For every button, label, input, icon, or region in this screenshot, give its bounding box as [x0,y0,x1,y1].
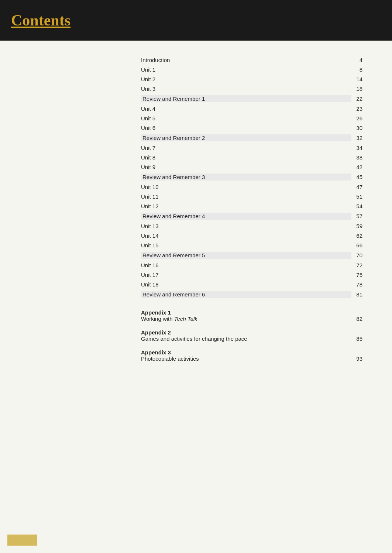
toc-page: 47 [351,184,362,190]
toc-page: 81 [351,291,362,298]
toc-page: 14 [351,76,362,82]
appendix-label-group: Appendix 2Games and activities for chang… [141,329,247,342]
toc-label: Unit 9 [141,164,351,170]
toc-page: 38 [351,154,362,161]
toc-row: Review and Remember 345 [141,172,362,182]
toc-label: Review and Remember 5 [141,252,351,259]
toc-label: Unit 8 [141,154,351,161]
toc-page: 78 [351,281,362,288]
toc-label: Unit 18 [141,281,351,288]
appendix-subtitle: Photocopiable activities [141,356,199,362]
toc-row: Review and Remember 681 [141,289,362,300]
appendix-page: 82 [351,316,362,322]
toc-label: Review and Remember 4 [141,213,351,220]
toc-row: Unit 942 [141,162,362,172]
toc-row: Unit 1254 [141,202,362,211]
toc-row: Unit 318 [141,84,362,94]
toc-row: Unit 1672 [141,261,362,270]
toc-row: Unit 1566 [141,241,362,250]
toc-page: 75 [351,272,362,278]
footer-decoration [7,535,37,546]
toc-label: Unit 11 [141,193,351,200]
toc-row: Unit 734 [141,143,362,153]
toc-row: Unit 1047 [141,182,362,192]
appendix-label-group: Appendix 3Photocopiable activities [141,349,199,362]
toc-page: 62 [351,233,362,239]
toc-label: Unit 10 [141,184,351,190]
toc-page: 72 [351,262,362,268]
toc-page: 70 [351,252,362,258]
toc-label: Unit 1 [141,66,351,73]
toc-row: Unit 1462 [141,231,362,241]
toc-page: 42 [351,164,362,170]
toc-row: Unit 1359 [141,221,362,231]
toc-label: Unit 5 [141,115,351,121]
toc-row: Unit 1775 [141,270,362,280]
appendix-label-group: Appendix 1Working with Tech Talk [141,309,197,322]
toc-page: 26 [351,115,362,121]
toc-page: 23 [351,106,362,112]
appendix-block: Appendix 2Games and activities for chang… [141,329,362,343]
toc-row: Unit 1878 [141,280,362,289]
toc-page: 66 [351,242,362,248]
toc-label: Review and Remember 3 [141,174,351,181]
appendix-row: Appendix 1Working with Tech Talk82 [141,309,362,323]
toc-page: 8 [351,66,362,73]
toc-row: Unit 214 [141,75,362,84]
toc-row: Review and Remember 570 [141,250,362,261]
toc-label: Review and Remember 2 [141,134,351,141]
toc-label: Unit 16 [141,262,351,268]
toc-row: Unit 630 [141,123,362,133]
toc-page: 45 [351,174,362,180]
appendix-title: Appendix 1 [141,309,197,316]
toc-row: Unit 423 [141,104,362,114]
toc-page: 22 [351,96,362,102]
toc-label: Review and Remember 6 [141,291,351,298]
toc-row: Unit 838 [141,153,362,162]
toc-label: Unit 2 [141,76,351,82]
appendix-page: 93 [351,356,362,362]
appendix-title: Appendix 3 [141,349,199,356]
toc-label: Unit 6 [141,125,351,131]
toc-page: 18 [351,86,362,92]
toc-label: Unit 12 [141,203,351,209]
appendix-block: Appendix 1Working with Tech Talk82 [141,309,362,323]
appendix-subtitle: Games and activities for changing the pa… [141,336,247,342]
toc-label: Unit 3 [141,86,351,92]
page-title: Contents [11,11,71,29]
toc-page: 59 [351,223,362,229]
toc-page: 32 [351,135,362,141]
toc-row: Review and Remember 457 [141,211,362,221]
toc-page: 4 [351,57,362,63]
appendix-page: 85 [351,336,362,342]
appendix-subtitle: Working with Tech Talk [141,316,197,322]
appendix-title: Appendix 2 [141,329,247,336]
toc-row: Introduction4 [141,55,362,65]
toc-label: Review and Remember 1 [141,95,351,102]
toc-page: 34 [351,145,362,151]
toc-page: 30 [351,125,362,131]
toc-label: Unit 7 [141,145,351,151]
toc-label: Introduction [141,57,351,63]
toc-page: 57 [351,213,362,219]
toc-page: 54 [351,203,362,209]
header-banner: Contents [0,0,392,41]
toc-container: Introduction4Unit 18Unit 214Unit 318Revi… [141,55,362,363]
toc-row: Review and Remember 232 [141,133,362,143]
toc-label: Unit 17 [141,272,351,278]
toc-label: Unit 14 [141,233,351,239]
toc-label: Unit 13 [141,223,351,229]
appendix-block: Appendix 3Photocopiable activities93 [141,348,362,363]
contents-area: Introduction4Unit 18Unit 214Unit 318Revi… [0,55,392,363]
appendix-row: Appendix 2Games and activities for chang… [141,329,362,343]
toc-label: Unit 15 [141,242,351,248]
toc-row: Review and Remember 122 [141,94,362,104]
toc-page: 51 [351,193,362,200]
toc-row: Unit 526 [141,114,362,123]
toc-row: Unit 1151 [141,192,362,202]
appendix-row: Appendix 3Photocopiable activities93 [141,348,362,363]
toc-label: Unit 4 [141,106,351,112]
toc-row: Unit 18 [141,65,362,75]
